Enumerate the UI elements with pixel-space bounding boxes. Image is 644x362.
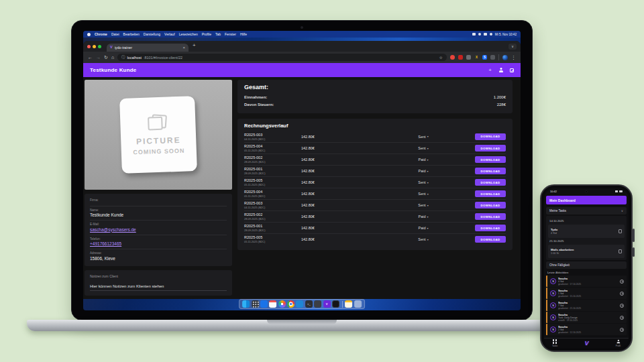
task-checkbox[interactable] (619, 249, 623, 253)
invoice-amount: 142.80€ (301, 215, 372, 219)
forward-icon[interactable]: → (96, 55, 101, 60)
close-window-button[interactable] (87, 45, 91, 48)
photos-icon[interactable] (278, 300, 286, 308)
chrome-icon[interactable] (287, 300, 294, 308)
task-checkbox[interactable] (619, 229, 623, 233)
status-dropdown[interactable]: Paid▾ (372, 158, 475, 162)
macos-menubar: Chrome Datei Bearbeiten Darstellung Verl… (83, 31, 521, 38)
finder-icon[interactable] (242, 300, 250, 308)
extension-icon-1[interactable] (450, 55, 455, 60)
menubar-item-bearbeiten[interactable]: Bearbeiten (123, 32, 140, 36)
site-info-icon[interactable]: ⓘ (121, 56, 125, 60)
menubar-item-datei[interactable]: Datei (111, 32, 119, 36)
status-dropdown[interactable]: Sent▾ (372, 237, 475, 241)
mail-icon[interactable] (260, 300, 268, 308)
browser-menu-icon[interactable]: ⋮ (511, 55, 516, 60)
menubar-item-verlauf[interactable]: Verlauf (164, 32, 175, 36)
invoice-date: 28.09.2025 (B2C) (244, 229, 301, 232)
extensions-menu-icon[interactable] (490, 55, 495, 60)
nav-tasks[interactable]: Tasks (552, 339, 557, 347)
notes-icon[interactable] (345, 300, 352, 308)
extension-icon-2[interactable] (458, 55, 463, 60)
nav-profile[interactable]: Profil (616, 339, 621, 347)
menubar-clock[interactable]: Mi 5. Nov 10:42 (495, 33, 517, 36)
menubar-item-hilfe[interactable]: Hilfe (240, 32, 247, 36)
status-dropdown[interactable]: Paid▾ (372, 226, 475, 230)
status-dropdown[interactable]: Paid▾ (372, 169, 475, 173)
new-tab-button[interactable]: + (193, 43, 196, 48)
discord-icon[interactable] (314, 300, 321, 308)
app-logo[interactable]: V (584, 340, 588, 347)
wifi-icon[interactable] (478, 33, 481, 36)
download-button[interactable]: DOWNLOAD (475, 236, 506, 243)
no-due-section-toggle[interactable]: Ohne Fälligkeit (546, 261, 627, 269)
status-dropdown[interactable]: Sent▾ (372, 135, 475, 139)
extension-pencil-icon[interactable] (466, 55, 471, 60)
bookmark-star-icon[interactable]: ☆ (439, 55, 443, 60)
address-bar[interactable]: ⓘ localhost :8101/#/invoice-client/22 ☆ (117, 54, 447, 61)
activity-item[interactable]: S Sascha 7 Std gearbeitet · 21.10.2025 (546, 300, 627, 311)
add-icon[interactable]: + (488, 68, 492, 73)
activity-item[interactable]: S Sascha 2 Std gearbeitet · 12.10.2025 (546, 324, 627, 335)
minimize-window-button[interactable] (93, 45, 96, 48)
status-dropdown[interactable]: Sent▾ (372, 192, 475, 196)
invoice-row: R2025-00505.11.2025 (B2C) 142.80€ Sent▾ … (244, 176, 506, 188)
launchpad-icon[interactable] (252, 300, 259, 308)
download-button[interactable]: DOWNLOAD (475, 213, 506, 220)
home-icon[interactable]: ⌂ (111, 55, 114, 60)
client-photo-placeholder[interactable]: PICTURE COMING SOON (85, 80, 232, 190)
menubar-item-fenster[interactable]: Fenster (225, 32, 236, 36)
back-icon[interactable]: ← (88, 55, 93, 60)
extension-s-icon[interactable]: S (482, 55, 487, 60)
tasks-section-toggle[interactable]: Meine Tasks ∨ (546, 207, 627, 215)
download-button[interactable]: DOWNLOAD (475, 133, 506, 140)
apple-icon[interactable] (87, 33, 91, 36)
activity-item[interactable]: S Sascha 1 Std gearbeitet · 15.10.2025 (546, 288, 627, 299)
browser-profile-avatar[interactable] (502, 55, 508, 60)
calendar-icon[interactable] (269, 300, 276, 308)
browser-tab[interactable]: V tydo-trainer × (107, 44, 189, 52)
download-button[interactable]: DOWNLOAD (475, 145, 506, 152)
download-button[interactable]: DOWNLOAD (475, 225, 506, 231)
email-link[interactable]: sascha@syschasers.de (90, 227, 227, 232)
iterm-icon[interactable] (332, 300, 339, 308)
download-button[interactable]: DOWNLOAD (475, 190, 506, 197)
menubar-item-tab[interactable]: Tab (215, 32, 221, 36)
menubar-item-darstellung[interactable]: Darstellung (144, 32, 160, 36)
activity-item[interactable]: S Sascha Task: Daily Design erstellt · 1… (546, 312, 627, 323)
extension-x-icon[interactable]: X (474, 55, 479, 60)
task-item[interactable]: Mails abarbeiten 1:00 St (548, 245, 625, 258)
control-center-icon[interactable] (490, 33, 492, 36)
tasks-section-label: Meine Tasks (549, 209, 566, 213)
vscode-icon[interactable] (297, 300, 304, 308)
menubar-item-profile[interactable]: Profile (202, 32, 211, 36)
reload-icon[interactable]: ↻ (104, 55, 108, 60)
status-dropdown[interactable]: Sent▾ (372, 146, 475, 150)
profile-icon[interactable] (498, 68, 503, 72)
task-group-date: 14.10.2025 (548, 218, 625, 223)
tab-search-button[interactable]: ∨ (508, 44, 517, 50)
purple-app-icon[interactable]: V (323, 300, 331, 308)
download-button[interactable]: DOWNLOAD (475, 168, 506, 174)
phone-link[interactable]: +491766123465 (90, 241, 227, 246)
notes-input[interactable]: Hier können Notizen zum Klienten stehen (90, 284, 227, 291)
status-dropdown[interactable]: Paid▾ (372, 215, 475, 219)
zoom-window-button[interactable] (98, 45, 101, 48)
menubar-item-chrome[interactable]: Chrome (95, 32, 107, 36)
download-button[interactable]: DOWNLOAD (475, 179, 506, 186)
task-item[interactable]: Tydo 4 Std (548, 225, 625, 238)
download-button[interactable]: DOWNLOAD (475, 156, 506, 163)
status-dropdown[interactable]: Sent▾ (372, 180, 475, 184)
activity-item[interactable]: S Sascha 4 Std gearbeitet · 17.10.2025 (546, 276, 627, 287)
invoice-row: R2025-00228.09.2025 (B2C) 142.80€ Paid▾ … (244, 154, 506, 165)
tab-close-icon[interactable]: × (182, 46, 185, 50)
trash-icon[interactable] (354, 300, 362, 308)
menubar-item-lesezeichen[interactable]: Lesezeichen (179, 32, 198, 36)
activity-avatar: S (550, 326, 556, 333)
terminal-icon[interactable]: >_ (305, 300, 313, 308)
status-dropdown[interactable]: Sent▾ (372, 203, 475, 207)
edit-icon[interactable] (510, 68, 514, 72)
display-icon[interactable] (472, 33, 476, 36)
battery-icon[interactable] (484, 33, 487, 36)
download-button[interactable]: DOWNLOAD (475, 202, 506, 208)
